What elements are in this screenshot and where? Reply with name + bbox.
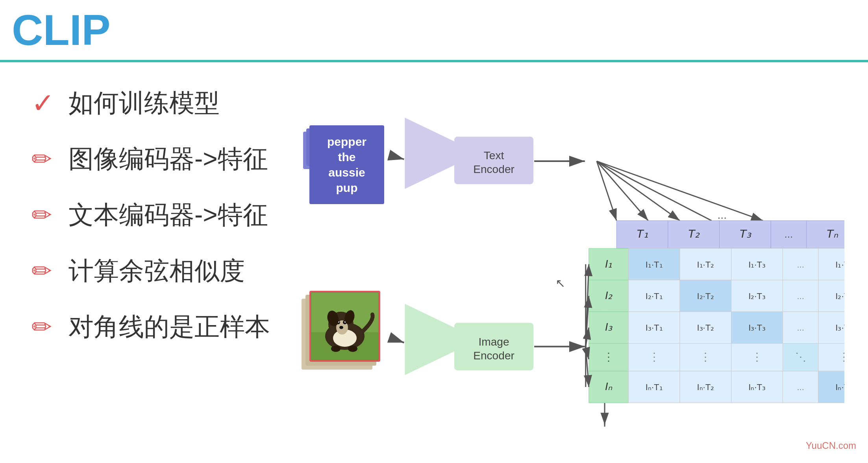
- svg-rect-48: [807, 221, 844, 248]
- svg-line-31: [597, 161, 763, 221]
- svg-text:⋮: ⋮: [603, 351, 614, 363]
- svg-rect-96: [818, 344, 844, 371]
- svg-text:T₁: T₁: [636, 227, 648, 240]
- svg-text:⋮: ⋮: [838, 351, 844, 363]
- image-input-cards: [309, 291, 380, 362]
- svg-text:I₂·T₂: I₂·T₂: [697, 291, 714, 301]
- cursor: ↖: [555, 276, 565, 290]
- svg-line-26: [597, 161, 616, 221]
- svg-rect-86: [589, 344, 629, 371]
- svg-rect-16: [454, 137, 533, 184]
- text-card-line1: pepper the: [327, 135, 366, 164]
- svg-text:...: ...: [797, 323, 804, 333]
- svg-text:I₃·Tₙ: I₃·Tₙ: [835, 323, 844, 333]
- svg-text:I₃·T₁: I₃·T₁: [646, 323, 663, 333]
- svg-line-110: [586, 264, 589, 346]
- svg-text:I₁·T₁: I₁·T₁: [646, 260, 663, 270]
- svg-rect-94: [783, 344, 818, 371]
- watermark: YuuCN.com: [806, 440, 856, 451]
- svg-rect-62: [589, 280, 629, 312]
- svg-text:I₂·Tₙ: I₂·Tₙ: [835, 291, 844, 301]
- svg-rect-50: [589, 248, 629, 280]
- svg-rect-90: [680, 344, 731, 371]
- bullet-1: ✓ 如何训练模型: [31, 86, 270, 120]
- svg-text:Encoder: Encoder: [473, 350, 515, 362]
- svg-text:...: ...: [718, 209, 727, 221]
- svg-text:...: ...: [797, 382, 804, 392]
- svg-line-113: [586, 347, 589, 359]
- dog-image-svg: [311, 293, 378, 360]
- checkmark-icon: ✓: [31, 87, 59, 119]
- svg-text:Iₙ·T₂: Iₙ·T₂: [697, 382, 714, 392]
- bullet-4: ✏ 计算余弦相似度: [31, 254, 270, 288]
- svg-text:I₁·T₂: I₁·T₂: [697, 260, 714, 270]
- svg-rect-42: [668, 221, 720, 248]
- svg-line-28: [597, 161, 680, 221]
- svg-rect-88: [628, 344, 680, 371]
- svg-text:I₂·T₃: I₂·T₃: [748, 291, 766, 301]
- svg-rect-44: [720, 221, 771, 248]
- svg-text:I₂: I₂: [605, 289, 613, 301]
- svg-rect-20: [454, 323, 533, 370]
- bullet-5-text: 对角线的是正样本: [68, 310, 270, 344]
- dog-image-card: [309, 291, 380, 362]
- svg-rect-56: [731, 248, 783, 280]
- svg-text:...: ...: [797, 260, 804, 270]
- text-card: pepper the aussie pup: [309, 125, 384, 204]
- svg-text:I₃·T₂: I₃·T₂: [697, 323, 714, 333]
- pencil-icon-4: ✏: [31, 312, 59, 341]
- svg-marker-19: [405, 304, 454, 375]
- bullet-4-text: 计算余弦相似度: [68, 254, 245, 288]
- bullet-3-text: 文本编码器->特征: [68, 198, 268, 232]
- svg-rect-106: [783, 371, 818, 403]
- svg-rect-76: [628, 312, 680, 343]
- svg-rect-46: [771, 221, 806, 248]
- svg-text:I₁·T₃: I₁·T₃: [748, 260, 766, 270]
- svg-text:T₃: T₃: [739, 227, 751, 240]
- svg-rect-60: [818, 248, 844, 280]
- svg-rect-108: [818, 371, 844, 403]
- svg-text:Iₙ·T₁: Iₙ·T₁: [646, 382, 663, 392]
- svg-text:I₂·T₁: I₂·T₁: [646, 291, 663, 301]
- bullet-5: ✏ 对角线的是正样本: [31, 310, 270, 344]
- svg-line-24: [389, 337, 404, 342]
- svg-point-14: [348, 346, 357, 352]
- svg-line-111: [586, 296, 589, 347]
- svg-point-10: [339, 326, 343, 329]
- page-title: CLIP: [12, 4, 856, 60]
- svg-rect-100: [628, 371, 680, 403]
- svg-text:Iₙ·T₃: Iₙ·T₃: [748, 382, 766, 392]
- svg-text:Image: Image: [478, 336, 509, 348]
- diagram-area: pepper the aussie pup: [286, 78, 844, 454]
- bullet-3: ✏ 文本编码器->特征: [31, 198, 270, 232]
- svg-rect-104: [731, 371, 783, 403]
- svg-rect-78: [680, 312, 731, 343]
- bullet-2: ✏ 图像编码器->特征: [31, 142, 270, 176]
- svg-text:⋮: ⋮: [751, 351, 763, 363]
- svg-text:Tₙ: Tₙ: [826, 227, 838, 240]
- bullet-2-text: 图像编码器->特征: [68, 142, 268, 176]
- svg-text:⋱: ⋱: [795, 351, 806, 363]
- svg-text:I₁: I₁: [605, 258, 613, 270]
- svg-point-13: [331, 346, 341, 352]
- svg-rect-54: [680, 248, 731, 280]
- svg-rect-72: [818, 280, 844, 312]
- svg-rect-58: [783, 248, 818, 280]
- svg-text:⋮: ⋮: [649, 351, 660, 363]
- svg-rect-74: [589, 312, 629, 343]
- svg-text:I₁·Tₙ: I₁·Tₙ: [835, 260, 844, 270]
- svg-text:I₃: I₃: [605, 321, 613, 333]
- pencil-icon-2: ✏: [31, 201, 59, 229]
- svg-rect-40: [616, 221, 668, 248]
- svg-rect-68: [731, 280, 783, 312]
- svg-rect-70: [783, 280, 818, 312]
- main-content: ✓ 如何训练模型 ✏ 图像编码器->特征 ✏ 文本编码器->特征 ✏ 计算余弦相…: [0, 62, 868, 462]
- svg-rect-98: [589, 371, 629, 403]
- svg-line-27: [597, 161, 648, 221]
- svg-line-112: [586, 327, 589, 346]
- svg-rect-102: [680, 371, 731, 403]
- text-input-cards: pepper the aussie pup: [309, 125, 384, 204]
- header: CLIP: [0, 0, 868, 62]
- pencil-icon-3: ✏: [31, 257, 59, 285]
- svg-text:⋮: ⋮: [700, 351, 711, 363]
